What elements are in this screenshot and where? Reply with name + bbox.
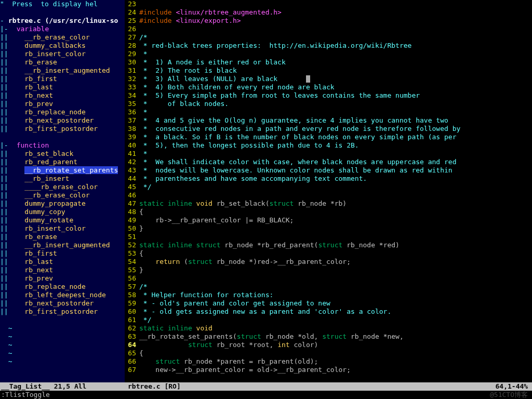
code-line[interactable]: */ [139,183,532,191]
taglist-item[interactable]: || rb_erase [0,58,125,66]
code-line[interactable]: static inline struct rb_node *rb_red_par… [139,241,532,249]
taglist-item[interactable]: || rb_next_postorder [0,116,125,125]
code-line[interactable]: * a black. So if B is the number of blac… [139,133,532,141]
taglist-file[interactable]: - rbtree.c (/usr/src/linux-so [0,17,125,25]
code-line[interactable]: #include <linux/export.h> [139,17,532,25]
taglist-item[interactable]: || rb_replace_node [0,283,125,291]
line-number: 42 [125,158,136,166]
code-line[interactable] [139,191,532,200]
code-line[interactable]: * [139,50,532,58]
taglist-item[interactable]: || rb_set_black [0,150,125,158]
taglist-item[interactable]: || __rb_erase_color [0,191,125,200]
code-scroll-pct: 4% [520,382,528,391]
taglist-item[interactable]: || rb_insert_color [0,50,125,58]
code-line[interactable]: rb->__rb_parent_color |= RB_BLACK; [139,216,532,224]
code-line[interactable]: static inline void [139,324,532,332]
code-line[interactable]: * consecutive red nodes in a path and ev… [139,125,532,133]
code-line[interactable] [139,274,532,283]
code-line[interactable]: { [139,249,532,258]
code-line[interactable]: * parentheses and have some accompanying… [139,175,532,183]
line-number-gutter: 2324252627282930313233343536373839404142… [125,0,139,382]
code-line[interactable]: * 4) Both children of every red node are… [139,83,532,91]
taglist-item[interactable]: || rb_next_postorder [0,299,125,308]
code-line[interactable]: { [139,349,532,357]
code-line[interactable]: struct rb_node *parent = rb_parent(old); [139,357,532,366]
taglist-hint: " Press to display hel [0,0,125,8]
code-line[interactable]: /* [139,33,532,42]
taglist-item[interactable]: || __rb_erase_color [0,33,125,42]
code-line[interactable]: * We shall indicate color with case, whe… [139,158,532,166]
code-line[interactable]: struct rb_root *root, int color) [139,341,532,349]
line-number: 38 [125,125,136,133]
line-number: 37 [125,116,136,125]
code-line[interactable]: __rb_rotate_set_parents(struct rb_node *… [139,332,532,341]
code-line[interactable]: * - old gets assigned new as a parent an… [139,308,532,316]
code-pane[interactable]: #include <linux/rbtree_augmented.h>#incl… [139,0,532,382]
code-line[interactable]: /* [139,283,532,291]
taglist-blank [0,133,125,141]
taglist-item[interactable]: || rb_insert_color [0,224,125,233]
taglist-item[interactable]: || rb_erase [0,233,125,241]
code-line[interactable] [139,0,532,8]
taglist-item[interactable]: || dummy_copy [0,208,125,216]
code-line[interactable]: } [139,224,532,233]
code-line[interactable]: { [139,208,532,216]
code-line[interactable]: return (struct rb_node *)red->__rb_paren… [139,258,532,266]
taglist-item[interactable]: || rb_last [0,258,125,266]
watermark: @51CTO博客 [490,391,528,399]
taglist-item[interactable]: || ____rb_erase_color [0,183,125,191]
code-line[interactable]: } [139,266,532,274]
taglist-item[interactable]: || rb_next [0,266,125,274]
code-line[interactable]: * red-black trees properties: http://en.… [139,42,532,50]
code-line[interactable]: */ [139,316,532,324]
taglist-empty: ~ [0,332,125,341]
code-line[interactable]: * 4 and 5 give the O(log n) guarantee, s… [139,116,532,125]
code-line[interactable]: * of black nodes. [139,100,532,108]
line-number: 28 [125,42,136,50]
taglist-section[interactable]: |- function [0,141,125,150]
line-number: 40 [125,141,136,150]
code-line[interactable]: * nodes will be lowercase. Unknown color… [139,166,532,175]
command-line[interactable]: :TlistToggle @51CTO博客 [0,391,532,399]
line-number: 61 [125,316,136,324]
taglist-item[interactable]: || dummy_rotate [0,216,125,224]
code-line[interactable] [139,233,532,241]
taglist-item[interactable]: || rb_prev [0,274,125,283]
code-line[interactable]: * [139,108,532,116]
taglist-item[interactable]: || rb_first [0,75,125,83]
taglist-item[interactable]: || rb_red_parent [0,158,125,166]
code-line[interactable]: * [139,150,532,158]
taglist-item[interactable]: || rb_prev [0,100,125,108]
code-line[interactable]: * 2) The root is black [139,66,532,75]
code-line[interactable]: * 5), then the longest possible path due… [139,141,532,150]
code-line[interactable]: * 5) Every simple path from root to leav… [139,91,532,100]
taglist-item[interactable]: || rb_replace_node [0,108,125,116]
code-line[interactable]: #include <linux/rbtree_augmented.h> [139,8,532,17]
line-number: 46 [125,191,136,200]
taglist-item[interactable]: || rb_last [0,83,125,91]
taglist-item[interactable]: || rb_first_postorder [0,308,125,316]
taglist-item[interactable]: || rb_next [0,91,125,100]
taglist-item[interactable]: || dummy_propagate [0,200,125,208]
taglist-section[interactable]: |- variable [0,25,125,33]
code-line[interactable]: * 1) A node is either red or black [139,58,532,66]
main-split: " Press to display hel- rbtree.c (/usr/s… [0,0,532,382]
command-text: :TlistToggle [1,391,50,398]
taglist-item[interactable]: || dummy_callbacks [0,42,125,50]
taglist-item[interactable]: || rb_first_postorder [0,125,125,133]
code-line[interactable]: * - old's parent and color get assigned … [139,299,532,308]
taglist-item[interactable]: || __rb_insert [0,175,125,183]
code-line[interactable]: new->__rb_parent_color = old->__rb_paren… [139,366,532,374]
code-line[interactable]: * 3) All leaves (NULL) are black [139,75,532,83]
taglist-pane[interactable]: " Press to display hel- rbtree.c (/usr/s… [0,0,125,382]
taglist-item[interactable]: || __rb_insert_augmented [0,241,125,249]
code-line[interactable] [139,25,532,33]
taglist-item[interactable]: || __rb_rotate_set_parents [0,166,125,175]
taglist-item[interactable]: || rb_left_deepest_node [0,291,125,299]
code-line[interactable]: static inline void rb_set_black(struct r… [139,200,532,208]
line-number: 26 [125,25,136,33]
taglist-empty: ~ [0,349,125,357]
taglist-item[interactable]: || __rb_insert_augmented [0,66,125,75]
code-line[interactable]: * Helper function for rotations: [139,291,532,299]
taglist-item[interactable]: || rb_first [0,249,125,258]
